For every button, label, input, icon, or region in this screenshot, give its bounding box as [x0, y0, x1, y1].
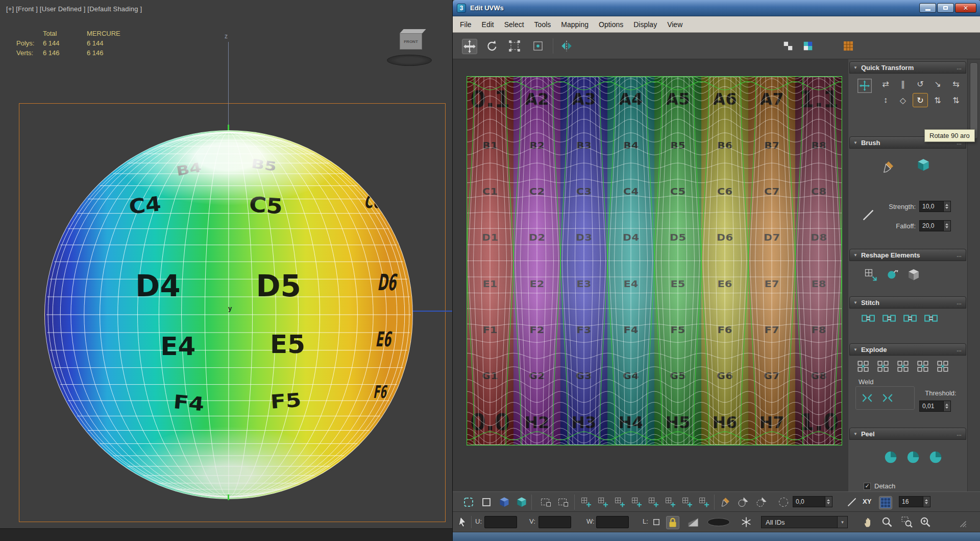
show-checker-icon[interactable]: [782, 40, 794, 52]
rollout-explode[interactable]: ▼ Explode …: [849, 343, 966, 356]
explode-tool-icon-3[interactable]: [896, 360, 910, 373]
pivot-tool-icon[interactable]: [531, 39, 545, 53]
panel-scrollbar-thumb[interactable]: [970, 62, 978, 139]
align-v-icon[interactable]: ↕: [878, 93, 893, 107]
view-cube-base-ring[interactable]: [387, 55, 432, 66]
quick-transform-move-icon[interactable]: [856, 78, 873, 94]
rollout-reshape-elements[interactable]: ▼ Reshape Elements …: [849, 249, 966, 261]
v-input[interactable]: [538, 516, 571, 528]
paint-brush-tool-icon[interactable]: [880, 159, 895, 175]
w-input[interactable]: [596, 516, 629, 528]
menu-display[interactable]: Display: [628, 18, 662, 31]
grid-size-value[interactable]: 16: [899, 496, 923, 507]
id-filter-dropdown[interactable]: All IDs ▼: [761, 516, 848, 528]
stitch-tool-icon-3[interactable]: [902, 311, 918, 326]
relax-brush-tool-icon[interactable]: [916, 157, 931, 173]
paint-add-icon[interactable]: [737, 496, 749, 508]
freeform-tool-icon[interactable]: [508, 39, 521, 53]
explode-tool-icon-2[interactable]: [876, 360, 890, 373]
menu-view[interactable]: View: [662, 18, 688, 31]
show-map-icon[interactable]: [802, 40, 814, 52]
restore-button[interactable]: [937, 3, 954, 13]
view-cube[interactable]: FRONT: [385, 28, 434, 69]
gradient-display-icon[interactable]: [687, 516, 699, 528]
freeze-display-icon[interactable]: [740, 516, 752, 528]
l-field-options-icon[interactable]: [652, 518, 661, 527]
move-tool-icon[interactable]: [462, 39, 477, 54]
menu-mapping[interactable]: Mapping: [556, 18, 594, 31]
pan-tool-icon[interactable]: [863, 516, 875, 528]
close-button[interactable]: ✕: [955, 3, 976, 13]
align-h-icon[interactable]: ⇄: [878, 77, 893, 91]
rollout-peel[interactable]: ▼ Peel …: [849, 428, 966, 440]
uv-mesh-overlay[interactable]: [467, 76, 842, 445]
align-snap-icon-5[interactable]: [647, 496, 659, 508]
paint-remove-icon[interactable]: [755, 496, 768, 508]
align-center-icon[interactable]: ◇: [895, 93, 911, 107]
rotate-angle-spinner[interactable]: 0,0: [793, 496, 832, 507]
reshape-relax-icon[interactable]: [885, 268, 899, 282]
space-h-icon[interactable]: ∥: [895, 77, 911, 91]
sphere-object[interactable]: B4B5C4C5C6D4D5D6E4E5E6F4F5F6: [44, 130, 413, 499]
threshold-value[interactable]: 0,01: [919, 401, 944, 412]
threshold-spinner-arrows[interactable]: [944, 401, 951, 412]
u-input[interactable]: [484, 516, 517, 528]
explode-tool-icon-1[interactable]: [856, 360, 870, 373]
rotate-angle-spinner-arrows[interactable]: [825, 496, 832, 507]
weld-all-icon[interactable]: [881, 391, 894, 405]
detach-checkbox-box[interactable]: ✓: [864, 483, 871, 490]
align-snap-icon-3[interactable]: [614, 496, 626, 508]
minimize-button[interactable]: [919, 3, 936, 13]
align-snap-icon-2[interactable]: [597, 496, 609, 508]
uv-face-mode-icon[interactable]: [498, 496, 510, 508]
space-v-icon[interactable]: ⇅: [930, 93, 945, 107]
align-snap-icon-1[interactable]: [580, 496, 592, 508]
explode-tool-icon-4[interactable]: [916, 360, 929, 373]
id-filter-dropdown-arrow-icon[interactable]: ▼: [837, 516, 847, 528]
threshold-spinner[interactable]: 0,01: [919, 401, 951, 412]
rollout-quick-transform[interactable]: ▼ Quick Transform …: [849, 61, 966, 74]
brush-falloff-icon[interactable]: [861, 207, 876, 223]
peel-tool-icon-1[interactable]: [883, 450, 898, 465]
rollout-stitch[interactable]: ▼ Stitch …: [849, 296, 966, 309]
align-snap-icon-6[interactable]: [664, 496, 676, 508]
reshape-element-icon[interactable]: [906, 268, 921, 282]
grid-size-spinner[interactable]: 16: [899, 496, 930, 507]
id-filter-value[interactable]: All IDs: [762, 519, 837, 526]
zoom-tool-icon[interactable]: [881, 516, 893, 528]
zoom-extents-icon[interactable]: [919, 516, 932, 528]
uv-editor-canvas[interactable]: 0.1A2A3A4A5A6A71.1B1B2B3B4B5B6B7B8C1C2C3…: [453, 59, 848, 491]
shrink-selection-icon[interactable]: [557, 496, 569, 508]
window-resize-grip-icon[interactable]: [955, 516, 967, 528]
falloff-value[interactable]: 20,0: [919, 220, 944, 231]
falloff-spinner[interactable]: 20,0: [919, 220, 951, 231]
grow-selection-icon[interactable]: [540, 496, 552, 508]
soft-selection-icon[interactable]: [777, 496, 790, 508]
menu-edit[interactable]: Edit: [477, 18, 499, 31]
mirror-tool-icon[interactable]: [560, 39, 573, 53]
uv-edge-mode-icon[interactable]: [480, 496, 493, 508]
peel-tool-icon-3[interactable]: [928, 450, 943, 465]
strength-spinner[interactable]: 10,0: [919, 201, 951, 212]
move-corner-icon[interactable]: ↘: [930, 77, 945, 91]
falloff-spinner-arrows[interactable]: [944, 220, 951, 231]
show-grid-icon[interactable]: [842, 40, 854, 52]
flip-h-icon[interactable]: ⇆: [948, 77, 964, 91]
weld-selected-icon[interactable]: [861, 391, 874, 405]
falloff-curve-icon[interactable]: [846, 496, 858, 508]
menu-file[interactable]: File: [455, 18, 477, 31]
uv-vertex-mode-icon[interactable]: [462, 496, 475, 508]
uv-element-mode-icon[interactable]: [516, 496, 528, 508]
rotate-tool-icon[interactable]: [485, 39, 499, 53]
typein-cursor-icon[interactable]: [457, 516, 469, 528]
menu-select[interactable]: Select: [499, 18, 529, 31]
panel-scrollbar[interactable]: [967, 59, 980, 491]
grid-size-spinner-arrows[interactable]: [923, 496, 930, 507]
align-snap-icon-4[interactable]: [630, 496, 643, 508]
strength-value[interactable]: 10,0: [919, 201, 944, 212]
menu-options[interactable]: Options: [594, 18, 628, 31]
axis-space-label[interactable]: XY: [863, 498, 871, 505]
align-snap-icon-8[interactable]: [698, 496, 710, 508]
view-cube-front-face[interactable]: FRONT: [400, 33, 422, 50]
paint-select-icon[interactable]: [719, 496, 731, 508]
